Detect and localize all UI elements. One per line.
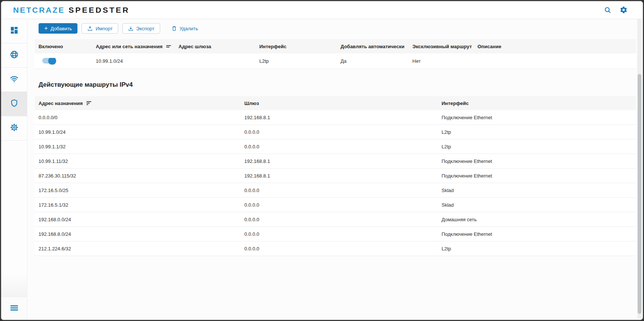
active-route-row: 87.236.30.115/32 192.168.8.1 Подключение…: [35, 169, 636, 183]
top-bar: NETCRAZE SPEEDSTER: [1, 1, 643, 19]
interface-cell: Подключение Ethernet: [438, 158, 636, 164]
col-active-gateway: Шлюз: [241, 101, 438, 106]
route-auto-cell: Да: [337, 58, 409, 64]
col-active-destination-sort[interactable]: Адрес назначения: [35, 101, 241, 106]
add-route-button[interactable]: + Добавить: [39, 23, 77, 34]
col-destination-sort[interactable]: Адрес или сеть назначения: [92, 44, 175, 49]
destination-cell: 87.236.30.115/32: [35, 173, 241, 179]
sidebar-menu-toggle[interactable]: [1, 297, 27, 320]
interface-cell: Домашняя сеть: [438, 217, 636, 222]
trash-icon: [171, 25, 177, 31]
sidebar-item-dashboard[interactable]: [1, 19, 27, 43]
gateway-cell: 0.0.0.0: [241, 188, 438, 193]
globe-icon: [10, 50, 19, 61]
sidebar-item-security[interactable]: [1, 92, 27, 116]
brand-secondary: SPEEDSTER: [68, 6, 129, 15]
gateway-cell: 0.0.0.0: [241, 246, 438, 251]
routes-toolbar: + Добавить Импорт Экспорт: [35, 23, 636, 34]
settings-gear-icon[interactable]: [619, 6, 628, 15]
destination-cell: 192.168.0.0/24: [35, 217, 241, 222]
search-icon[interactable]: [603, 6, 612, 15]
add-route-label: Добавить: [51, 26, 72, 31]
export-button[interactable]: Экспорт: [122, 23, 160, 34]
sort-icon: [166, 45, 171, 47]
active-route-row: 0.0.0.0/0 192.168.8.1 Подключение Ethern…: [35, 110, 636, 125]
route-exclusive-cell: Нет: [409, 58, 474, 64]
route-interface-cell: L2tp: [256, 58, 337, 64]
active-route-row: 212.1.224.6/32 0.0.0.0 L2tp: [35, 241, 636, 256]
col-interface: Интерфейс: [256, 44, 337, 49]
app-window: NETCRAZE SPEEDSTER: [0, 0, 644, 321]
col-description: Описание: [474, 44, 636, 49]
destination-cell: 192.168.8.0/24: [35, 231, 241, 237]
shield-icon: [10, 99, 19, 109]
route-destination-cell: 10.99.1.0/24: [92, 58, 175, 64]
gateway-cell: 0.0.0.0: [241, 144, 438, 149]
active-routes-header: Адрес назначения Шлюз Интерфейс: [35, 96, 636, 110]
gateway-cell: 0.0.0.0: [241, 129, 438, 135]
active-route-row: 10.99.1.0/24 0.0.0.0 L2tp: [35, 125, 636, 139]
col-destination-label: Адрес или сеть назначения: [96, 44, 162, 49]
upload-icon: [87, 26, 93, 31]
sidebar-spacer: [1, 141, 27, 297]
interface-cell: Подключение Ethernet: [438, 231, 636, 237]
sidebar-item-wifi[interactable]: [1, 68, 27, 92]
active-route-row: 10.99.1.11/32 192.168.8.1 Подключение Et…: [35, 154, 636, 169]
plus-icon: +: [44, 25, 48, 31]
destination-cell: 10.99.1.11/32: [35, 158, 241, 164]
destination-cell: 0.0.0.0/0: [35, 115, 241, 120]
main-content: + Добавить Импорт Экспорт: [27, 19, 638, 320]
interface-cell: L2tp: [438, 129, 636, 135]
destination-cell: 10.99.1.1/32: [35, 144, 241, 149]
download-icon: [128, 26, 134, 31]
route-enabled-toggle[interactable]: [42, 58, 55, 64]
active-route-row: 172.16.5.1/32 0.0.0.0 Sklad: [35, 198, 636, 212]
col-active-interface: Интерфейс: [438, 101, 636, 106]
static-routes-header: Включено Адрес или сеть назначения Адрес…: [35, 39, 636, 53]
import-button[interactable]: Импорт: [82, 23, 118, 34]
interface-cell: Подключение Ethernet: [438, 173, 636, 179]
sidebar-item-internet[interactable]: [1, 43, 27, 68]
import-label: Импорт: [95, 26, 112, 31]
toggle-knob: [48, 58, 56, 65]
interface-cell: L2tp: [438, 246, 636, 251]
delete-label: Удалить: [180, 26, 198, 31]
route-enabled-cell: [35, 58, 92, 65]
col-gateway: Адрес шлюза: [175, 44, 256, 49]
gateway-cell: 192.168.8.1: [241, 115, 438, 120]
vertical-scrollbar[interactable]: [637, 19, 642, 319]
gateway-cell: 192.168.8.1: [241, 173, 438, 179]
dashboard-grid-icon: [10, 26, 19, 36]
gear-outline-icon: [10, 123, 19, 133]
brand-primary: NETCRAZE: [13, 6, 65, 15]
export-label: Экспорт: [136, 26, 155, 31]
col-auto: Добавлять автоматически: [337, 44, 409, 49]
col-exclusive: Эксклюзивный маршрут: [409, 44, 474, 49]
active-routes-title: Действующие маршруты IPv4: [39, 81, 636, 89]
active-route-row: 10.99.1.1/32 0.0.0.0 L2tp: [35, 139, 636, 154]
col-active-destination-label: Адрес назначения: [39, 101, 83, 106]
static-route-row[interactable]: 10.99.1.0/24 L2tp Да Нет: [35, 53, 636, 69]
topbar-actions: [603, 6, 633, 15]
destination-cell: 212.1.224.6/32: [35, 246, 241, 251]
destination-cell: 10.99.1.0/24: [35, 129, 241, 135]
brand-logo: NETCRAZE SPEEDSTER: [13, 6, 130, 15]
sidebar: [1, 19, 27, 320]
gateway-cell: 0.0.0.0: [241, 202, 438, 208]
wifi-icon: [9, 74, 19, 85]
destination-cell: 172.16.5.1/32: [35, 202, 241, 208]
interface-cell: Sklad: [438, 202, 636, 208]
interface-cell: Sklad: [438, 188, 636, 193]
destination-cell: 172.16.5.0/25: [35, 188, 241, 193]
active-routes-table: Адрес назначения Шлюз Интерфейс 0.0.0.0/…: [35, 96, 636, 256]
delete-button[interactable]: Удалить: [166, 23, 204, 34]
active-route-row: 192.168.0.0/24 0.0.0.0 Домашняя сеть: [35, 212, 636, 227]
hamburger-icon: [10, 305, 18, 313]
gateway-cell: 0.0.0.0: [241, 217, 438, 222]
gateway-cell: 192.168.8.1: [241, 158, 438, 164]
sort-icon: [86, 101, 91, 105]
interface-cell: L2tp: [438, 144, 636, 149]
sidebar-item-management[interactable]: [1, 116, 27, 141]
static-routes-table: Включено Адрес или сеть назначения Адрес…: [35, 39, 636, 69]
scrollbar-thumb[interactable]: [638, 74, 641, 314]
